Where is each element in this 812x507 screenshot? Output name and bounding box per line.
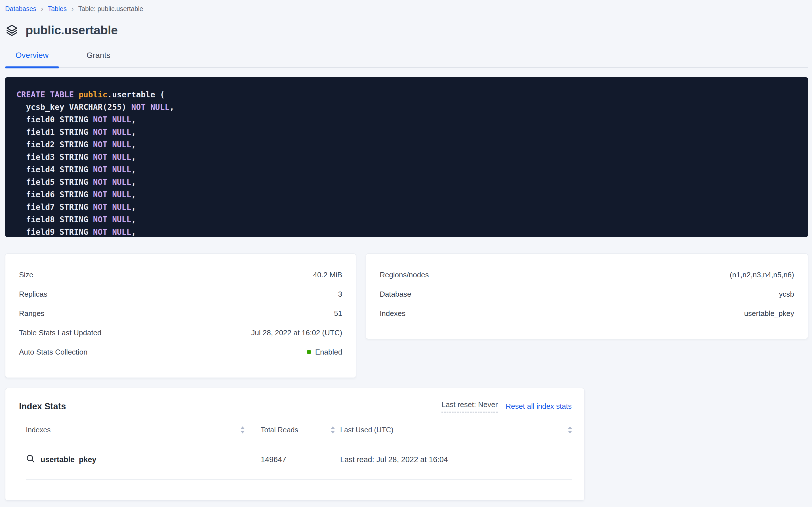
sql-line: field9 STRING NOT NULL, <box>16 226 802 237</box>
sql-line: field0 STRING NOT NULL, <box>16 114 802 126</box>
index-stats-header: Index Stats Last reset: Never Reset all … <box>5 388 584 412</box>
page-title-row: public.usertable <box>5 23 808 37</box>
sql-line: field1 STRING NOT NULL, <box>16 126 802 138</box>
index-table-row: usertable_pkey149647Last read: Jul 28, 2… <box>26 440 572 480</box>
total-reads-value: 149647 <box>261 455 286 464</box>
sql-code: CREATE TABLE public.usertable ( ycsb_key… <box>5 77 808 237</box>
status-dot-green <box>307 350 311 354</box>
stat-row: Indexesusertable_pkey <box>380 304 794 323</box>
stat-row: Size40.2 MiB <box>19 265 342 284</box>
last-reset-label: Last reset: Never <box>441 400 498 412</box>
breadcrumb-current: Table: public.usertable <box>78 5 143 13</box>
index-table-header: Indexes Total Reads Last Used (UTC) <box>26 420 572 440</box>
table-location-card: Regions/nodes(n1,n2,n3,n4,n5,n6)Database… <box>366 253 808 339</box>
sort-icon[interactable] <box>568 427 572 434</box>
stat-value: 51 <box>334 309 342 318</box>
stat-value: 3 <box>338 290 342 299</box>
stat-row: Replicas3 <box>19 284 342 304</box>
sql-line: field6 STRING NOT NULL, <box>16 188 802 201</box>
tab-overview[interactable]: Overview <box>5 51 59 67</box>
sql-line: CREATE TABLE public.usertable ( <box>16 89 802 101</box>
stat-value: (n1,n2,n3,n4,n5,n6) <box>730 271 794 279</box>
breadcrumb-link-tables[interactable]: Tables <box>48 5 67 13</box>
stat-label: Replicas <box>19 290 47 299</box>
stat-row: Databaseycsb <box>380 284 794 304</box>
index-name: usertable_pkey <box>41 455 97 464</box>
stat-row: Regions/nodes(n1,n2,n3,n4,n5,n6) <box>380 265 794 284</box>
index-table-body: usertable_pkey149647Last read: Jul 28, 2… <box>5 440 584 480</box>
tab-bar: Overview Grants <box>5 51 808 68</box>
search-icon <box>26 454 36 465</box>
stat-label: Indexes <box>380 309 405 318</box>
sql-line: field5 STRING NOT NULL, <box>16 176 802 188</box>
index-name-link[interactable]: usertable_pkey <box>26 454 97 465</box>
column-header-indexes[interactable]: Indexes <box>26 426 51 434</box>
index-stats-controls: Last reset: Never Reset all index stats <box>441 400 572 412</box>
sql-line: field7 STRING NOT NULL, <box>16 201 802 214</box>
sql-line: field3 STRING NOT NULL, <box>16 151 802 164</box>
stat-value: Jul 28, 2022 at 16:02 (UTC) <box>251 328 342 337</box>
stat-value: ycsb <box>779 290 794 299</box>
column-header-last-used[interactable]: Last Used (UTC) <box>340 426 393 434</box>
sql-line: field8 STRING NOT NULL, <box>16 214 802 226</box>
index-stats-table: Indexes Total Reads Last Used (UTC) user… <box>5 420 584 480</box>
table-details-card: Size40.2 MiBReplicas3Ranges51Table Stats… <box>5 253 356 378</box>
stat-label: Auto Stats Collection <box>19 348 87 356</box>
column-header-total-reads[interactable]: Total Reads <box>261 426 298 434</box>
stat-value: usertable_pkey <box>744 309 794 318</box>
stat-row: Table Stats Last UpdatedJul 28, 2022 at … <box>19 323 342 342</box>
reset-index-stats-link[interactable]: Reset all index stats <box>506 402 572 411</box>
stat-row: Auto Stats CollectionEnabled <box>19 342 342 362</box>
stat-label: Ranges <box>19 309 45 318</box>
stat-row: Ranges51 <box>19 304 342 323</box>
last-used-value: Last read: Jul 28, 2022 at 16:04 <box>340 455 448 464</box>
table-detail-page: Databases › Tables › Table: public.usert… <box>0 0 812 501</box>
breadcrumb: Databases › Tables › Table: public.usert… <box>5 0 808 13</box>
stat-label: Size <box>19 271 34 279</box>
sql-line: field4 STRING NOT NULL, <box>16 164 802 176</box>
tab-grants[interactable]: Grants <box>71 51 125 67</box>
stat-label: Database <box>380 290 411 299</box>
stat-value: 40.2 MiB <box>313 271 342 279</box>
detail-cards-row: Size40.2 MiBReplicas3Ranges51Table Stats… <box>5 253 808 378</box>
sort-icon[interactable] <box>240 427 245 434</box>
chevron-right-icon: › <box>71 5 74 12</box>
sql-line: ycsb_key VARCHAR(255) NOT NULL, <box>16 101 802 114</box>
sort-icon[interactable] <box>330 427 335 434</box>
stack-icon <box>5 23 19 37</box>
index-stats-card: Index Stats Last reset: Never Reset all … <box>5 388 584 501</box>
index-stats-title: Index Stats <box>19 401 66 412</box>
sql-line: field2 STRING NOT NULL, <box>16 138 802 151</box>
breadcrumb-link-databases[interactable]: Databases <box>5 5 36 13</box>
page-title: public.usertable <box>25 23 118 37</box>
stat-label: Table Stats Last Updated <box>19 328 102 337</box>
stat-value: Enabled <box>307 348 342 356</box>
stat-label: Regions/nodes <box>380 271 429 279</box>
chevron-right-icon: › <box>41 5 44 12</box>
